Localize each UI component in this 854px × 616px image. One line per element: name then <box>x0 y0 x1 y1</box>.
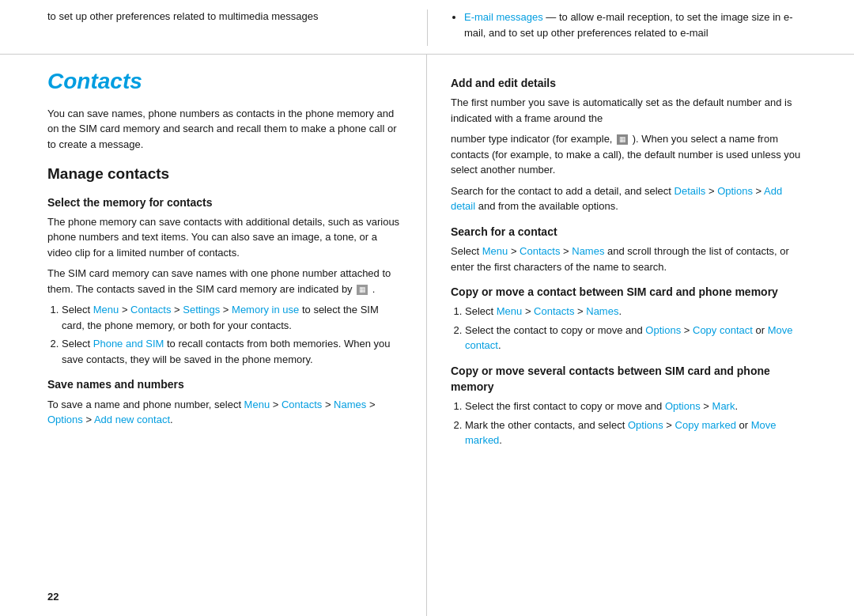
page-title: Contacts <box>47 66 402 98</box>
top-left-content: to set up other preferences related to m… <box>47 10 319 22</box>
copy-move-steps: Select Menu > Contacts > Names. Select t… <box>451 304 807 353</box>
step-2: Select Phone and SIM to recall contacts … <box>62 336 402 367</box>
save-names-heading: Save names and numbers <box>47 376 402 392</box>
right-column: Add and edit details The first number yo… <box>427 55 807 616</box>
select-memory-heading: Select the memory for contacts <box>47 195 402 210</box>
para2-start: The SIM card memory can save names with … <box>47 267 391 295</box>
add-edit-para2: number type indicator (for example, ▦ ).… <box>451 131 807 178</box>
copy-move-heading: Copy or move a contact between SIM card … <box>451 284 807 300</box>
para2-end: . <box>372 283 376 295</box>
page-number: 22 <box>47 590 59 605</box>
top-left-text: to set up other preferences related to m… <box>47 9 427 46</box>
add-edit-heading: Add and edit details <box>451 75 807 91</box>
copy-move-several-step-1: Select the first contact to copy or move… <box>465 399 807 414</box>
top-right-text: E-mail messages — to allow e-mail recept… <box>427 9 807 46</box>
copy-move-several-steps: Select the first contact to copy or move… <box>451 399 807 448</box>
top-strip: to set up other preferences related to m… <box>0 0 854 55</box>
search-heading: Search for a contact <box>451 224 807 240</box>
sim-icon: ▦ <box>357 285 368 295</box>
select-memory-steps: Select Menu > Contacts > Settings > Memo… <box>47 302 402 367</box>
search-para: Select Menu > Contacts > Names and scrol… <box>451 244 807 274</box>
add-edit-para3: Search for the contact to add a detail, … <box>451 183 807 214</box>
manage-contacts-heading: Manage contacts <box>47 163 402 185</box>
number-type-icon: ▦ <box>617 134 628 145</box>
copy-move-several-step-2: Mark the other contacts, and select Opti… <box>465 418 807 448</box>
step-1: Select Menu > Contacts > Settings > Memo… <box>62 302 402 333</box>
email-messages-link: E-mail messages <box>464 11 543 23</box>
main-content: Contacts You can save names, phone numbe… <box>0 55 854 616</box>
top-right-bullet: E-mail messages — to allow e-mail recept… <box>464 9 807 40</box>
left-column: Contacts You can save names, phone numbe… <box>47 55 427 616</box>
copy-move-several-heading: Copy or move several contacts between SI… <box>451 363 807 395</box>
add-edit-para1: The first number you save is automatical… <box>451 95 807 126</box>
intro-paragraph: You can save names, phone numbers as con… <box>47 106 402 153</box>
select-memory-para2: The SIM card memory can save names with … <box>47 266 402 297</box>
select-memory-para1: The phone memory can save contacts with … <box>47 214 402 261</box>
copy-move-step-2: Select the contact to copy or move and O… <box>465 323 807 353</box>
save-names-para: To save a name and phone number, select … <box>47 397 402 428</box>
copy-move-step-1: Select Menu > Contacts > Names. <box>465 304 807 319</box>
